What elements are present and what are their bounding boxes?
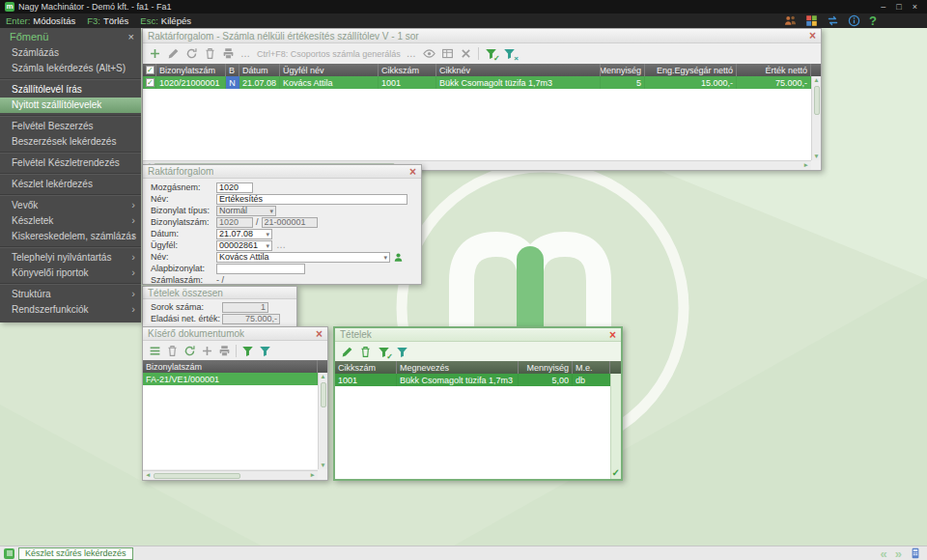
- add-icon[interactable]: [149, 47, 161, 60]
- delete-icon[interactable]: [204, 47, 216, 60]
- sidebar-item-vevok[interactable]: Vevők›: [0, 198, 141, 213]
- sidebar-item-telephelyi-nyilvantartas[interactable]: Telephelyi nyilvántartás›: [0, 250, 141, 266]
- customer-search-icon[interactable]: [393, 252, 404, 263]
- filter-apply-icon[interactable]: ✓: [378, 346, 390, 358]
- horizontal-scrollbar[interactable]: ◄ ►: [143, 470, 318, 480]
- apps-grid-icon[interactable]: [805, 14, 818, 27]
- table-row[interactable]: ✓ 1020/21000001 N 21.07.08 Kovács Attila…: [143, 76, 811, 89]
- table-row[interactable]: FA-21/VE1/000001: [143, 373, 318, 385]
- header-customer[interactable]: Ügyfél név: [280, 64, 379, 76]
- scroll-up-icon[interactable]: ▲: [812, 76, 820, 85]
- items-titlebar[interactable]: Tételek ×: [335, 328, 621, 342]
- sidebar-item-nyitott-szallitolevelek[interactable]: Nyitott szállítólevelek: [0, 98, 141, 113]
- navigate-forward-icon[interactable]: »: [895, 547, 902, 560]
- header-item-name[interactable]: Cikknév: [436, 64, 601, 76]
- row-checkbox[interactable]: ✓: [146, 78, 154, 87]
- warehouse-traffic-titlebar[interactable]: Raktárforgalom - Számla nélküli értékesí…: [143, 29, 821, 43]
- sidebar-item-keszlet-lekerdezes[interactable]: Készlet lekérdezés: [0, 177, 141, 192]
- scroll-right-icon[interactable]: ►: [309, 471, 317, 480]
- more-options-icon[interactable]: …: [407, 49, 417, 59]
- sidebar-item-konyveloi-riportok[interactable]: Könyvelői riportok›: [0, 266, 141, 281]
- minimize-button[interactable]: –: [881, 3, 885, 12]
- info-icon[interactable]: [848, 14, 860, 27]
- totals-titlebar[interactable]: Tételek összesen: [143, 287, 296, 299]
- header-net-value[interactable]: Érték nettó: [737, 64, 811, 76]
- menu-exit[interactable]: Esc: Kilépés: [140, 15, 191, 26]
- base-doc-input[interactable]: [216, 264, 305, 274]
- filter-apply-icon[interactable]: ✓: [485, 47, 497, 60]
- customer-name-select[interactable]: Kovács Attila ▾: [216, 252, 390, 263]
- scroll-thumb[interactable]: [321, 382, 326, 407]
- vertical-scrollbar[interactable]: ▲ ▼: [318, 373, 327, 469]
- sidebar-item-szallitolevel-iras[interactable]: Szállítólevél írás: [0, 82, 141, 98]
- calculator-icon[interactable]: [910, 547, 921, 559]
- doc-number-input[interactable]: [262, 217, 318, 228]
- header-date[interactable]: Dátum: [239, 64, 280, 76]
- scroll-up-icon[interactable]: ▲: [319, 373, 326, 381]
- sidebar-item-keszletek[interactable]: Készletek›: [0, 213, 141, 229]
- close-icon[interactable]: ×: [409, 166, 416, 178]
- header-quantity[interactable]: Mennyiség: [519, 361, 573, 374]
- sidebar-item-struktura[interactable]: Struktúra›: [0, 287, 141, 302]
- filter-clear-icon[interactable]: [259, 345, 271, 357]
- clear-x-icon[interactable]: [460, 47, 472, 60]
- close-button[interactable]: ×: [913, 3, 917, 12]
- menu-delete[interactable]: F3: Törlés: [87, 15, 128, 26]
- users-icon[interactable]: [784, 14, 797, 27]
- sidebar-item-beszerzesek-lekerdezes[interactable]: Beszerzések lekérdezés: [0, 134, 141, 150]
- header-unit-price[interactable]: Eng.Egységár nettó: [645, 64, 737, 76]
- list-icon[interactable]: [149, 345, 161, 357]
- edit-icon[interactable]: [167, 47, 180, 60]
- header-item-number[interactable]: Cikkszám: [379, 64, 436, 76]
- filter-clear-icon[interactable]: [396, 346, 408, 358]
- confirm-check-icon[interactable]: ✓: [612, 468, 620, 478]
- scroll-right-icon[interactable]: ►: [802, 161, 810, 170]
- header-doc-number[interactable]: Bizonylatszám: [143, 360, 318, 373]
- header-item-number[interactable]: Cikkszám: [335, 361, 397, 374]
- stock-filter-query-button[interactable]: Készlet szűrés lekérdezés: [18, 547, 133, 560]
- accompanying-docs-titlebar[interactable]: Kísérő dokumentumok ×: [143, 327, 327, 341]
- sidebar-item-kiskereskedelem[interactable]: Kiskereskedelem, számlázás›: [0, 229, 141, 244]
- header-unit[interactable]: M.e.: [573, 361, 610, 374]
- menu-modify[interactable]: Enter: Módosítás: [6, 15, 75, 26]
- header-doc-number[interactable]: Bizonylatszám: [156, 64, 226, 76]
- cell-checkbox[interactable]: ✓: [143, 76, 156, 89]
- navigate-back-icon[interactable]: «: [881, 547, 887, 560]
- sidebar-item-felvetel-beszerzes[interactable]: Felvétel Beszerzés: [0, 119, 141, 134]
- customer-select[interactable]: 00002861 ▾: [216, 240, 272, 251]
- help-icon[interactable]: ?: [869, 14, 877, 27]
- print-icon[interactable]: [218, 345, 231, 357]
- add-icon[interactable]: [201, 345, 213, 357]
- customer-lookup-icon[interactable]: …: [276, 240, 287, 250]
- preview-eye-icon[interactable]: [423, 47, 435, 60]
- filter-clear-icon[interactable]: ×: [503, 47, 516, 60]
- doc-type-select[interactable]: Normál ▾: [216, 206, 276, 216]
- close-icon[interactable]: ×: [609, 329, 616, 341]
- sidebar-item-felvetel-keszletrendezes[interactable]: Felvétel Készletrendezés: [0, 155, 141, 171]
- delete-icon[interactable]: [359, 346, 372, 358]
- sync-icon[interactable]: [827, 14, 839, 27]
- close-icon[interactable]: ×: [809, 30, 816, 42]
- vertical-scrollbar[interactable]: ▲ ▼: [811, 76, 821, 160]
- scroll-left-icon[interactable]: ◄: [144, 471, 152, 480]
- print-icon[interactable]: [222, 47, 235, 60]
- delete-icon[interactable]: [166, 345, 179, 357]
- window-titlebar[interactable]: m Nagy Machinátor - Demó kft. - fa1 - Fa…: [0, 0, 927, 14]
- date-picker[interactable]: 21.07.08 ▾: [216, 229, 272, 239]
- header-b[interactable]: B: [226, 64, 239, 76]
- sidebar-item-szamlazas[interactable]: Számlázás: [0, 45, 141, 61]
- header-quantity[interactable]: Mennyiség: [601, 64, 645, 76]
- filter-apply-icon[interactable]: [241, 345, 254, 357]
- header-select-all[interactable]: ✓: [143, 64, 156, 76]
- doc-number-prefix-input[interactable]: [216, 217, 253, 228]
- more-options-icon[interactable]: …: [240, 49, 251, 59]
- close-icon[interactable]: ×: [316, 328, 323, 340]
- refresh-icon[interactable]: [183, 345, 196, 357]
- select-all-checkbox[interactable]: ✓: [146, 66, 154, 74]
- scroll-down-icon[interactable]: ▼: [812, 153, 820, 161]
- header-item-name[interactable]: Megnevezés: [397, 361, 519, 374]
- movement-dialog-titlebar[interactable]: Raktárforgalom ×: [143, 165, 421, 179]
- close-icon[interactable]: ×: [128, 32, 134, 42]
- name-input[interactable]: [216, 194, 407, 205]
- scroll-thumb[interactable]: [154, 473, 240, 479]
